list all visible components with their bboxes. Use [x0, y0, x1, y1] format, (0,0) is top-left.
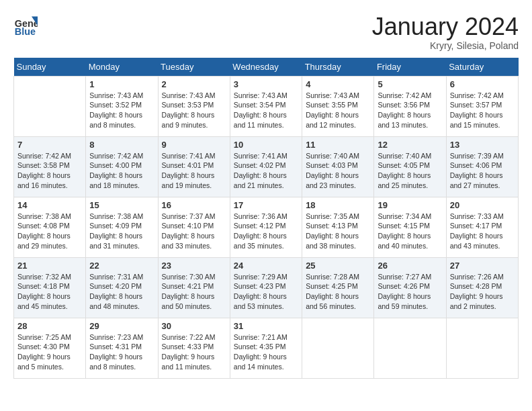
day-number: 5	[378, 79, 442, 89]
day-number: 24	[234, 261, 298, 271]
day-info: Sunrise: 7:27 AM Sunset: 4:26 PM Dayligh…	[378, 272, 442, 312]
day-of-week-friday: Friday	[374, 58, 446, 77]
calendar-week-row: 7Sunrise: 7:42 AM Sunset: 3:58 PM Daylig…	[14, 136, 519, 197]
calendar-cell	[14, 76, 86, 136]
calendar-week-row: 1Sunrise: 7:43 AM Sunset: 3:52 PM Daylig…	[14, 76, 519, 136]
day-number: 25	[306, 261, 370, 271]
day-number: 19	[378, 200, 442, 210]
day-number: 20	[450, 200, 515, 210]
day-of-week-saturday: Saturday	[446, 58, 518, 77]
calendar-cell: 31Sunrise: 7:21 AM Sunset: 4:35 PM Dayli…	[230, 318, 302, 378]
day-info: Sunrise: 7:40 AM Sunset: 4:03 PM Dayligh…	[306, 151, 370, 191]
day-number: 12	[378, 140, 442, 150]
calendar-cell: 8Sunrise: 7:42 AM Sunset: 4:00 PM Daylig…	[86, 136, 158, 197]
day-number: 13	[450, 140, 515, 150]
calendar-cell: 3Sunrise: 7:43 AM Sunset: 3:54 PM Daylig…	[230, 76, 302, 136]
calendar-cell: 18Sunrise: 7:35 AM Sunset: 4:13 PM Dayli…	[302, 197, 374, 257]
calendar-cell: 6Sunrise: 7:42 AM Sunset: 3:57 PM Daylig…	[446, 76, 518, 136]
day-info: Sunrise: 7:22 AM Sunset: 4:33 PM Dayligh…	[162, 332, 226, 372]
calendar-cell: 21Sunrise: 7:32 AM Sunset: 4:18 PM Dayli…	[14, 257, 86, 318]
calendar-cell: 26Sunrise: 7:27 AM Sunset: 4:26 PM Dayli…	[374, 257, 446, 318]
day-number: 11	[306, 140, 370, 150]
calendar-week-row: 14Sunrise: 7:38 AM Sunset: 4:08 PM Dayli…	[14, 197, 519, 257]
page-header: General Blue January 2024 Kryry, Silesia…	[13, 13, 519, 51]
title-block: January 2024 Kryry, Silesia, Poland	[372, 13, 519, 51]
calendar-table: SundayMondayTuesdayWednesdayThursdayFrid…	[13, 58, 519, 379]
calendar-cell: 19Sunrise: 7:34 AM Sunset: 4:15 PM Dayli…	[374, 197, 446, 257]
day-info: Sunrise: 7:39 AM Sunset: 4:06 PM Dayligh…	[450, 151, 515, 191]
day-info: Sunrise: 7:43 AM Sunset: 3:55 PM Dayligh…	[306, 91, 370, 130]
day-info: Sunrise: 7:35 AM Sunset: 4:13 PM Dayligh…	[306, 212, 370, 251]
day-info: Sunrise: 7:43 AM Sunset: 3:52 PM Dayligh…	[89, 91, 154, 130]
day-number: 2	[162, 79, 226, 89]
calendar-week-row: 28Sunrise: 7:25 AM Sunset: 4:30 PM Dayli…	[14, 318, 519, 378]
calendar-cell: 13Sunrise: 7:39 AM Sunset: 4:06 PM Dayli…	[446, 136, 518, 197]
day-number: 22	[89, 261, 154, 271]
day-number: 29	[89, 321, 154, 331]
day-info: Sunrise: 7:42 AM Sunset: 3:57 PM Dayligh…	[450, 91, 515, 130]
calendar-cell: 20Sunrise: 7:33 AM Sunset: 4:17 PM Dayli…	[446, 197, 518, 257]
calendar-cell: 1Sunrise: 7:43 AM Sunset: 3:52 PM Daylig…	[86, 76, 158, 136]
day-number: 21	[17, 261, 82, 271]
day-number: 15	[89, 200, 154, 210]
calendar-header-row: SundayMondayTuesdayWednesdayThursdayFrid…	[14, 58, 519, 77]
calendar-cell: 4Sunrise: 7:43 AM Sunset: 3:55 PM Daylig…	[302, 76, 374, 136]
day-info: Sunrise: 7:21 AM Sunset: 4:35 PM Dayligh…	[234, 332, 298, 372]
calendar-cell: 11Sunrise: 7:40 AM Sunset: 4:03 PM Dayli…	[302, 136, 374, 197]
svg-text:Blue: Blue	[15, 26, 36, 37]
day-info: Sunrise: 7:32 AM Sunset: 4:18 PM Dayligh…	[17, 272, 82, 312]
calendar-cell: 22Sunrise: 7:31 AM Sunset: 4:20 PM Dayli…	[86, 257, 158, 318]
calendar-cell: 12Sunrise: 7:40 AM Sunset: 4:05 PM Dayli…	[374, 136, 446, 197]
calendar-cell: 2Sunrise: 7:43 AM Sunset: 3:53 PM Daylig…	[158, 76, 230, 136]
day-of-week-tuesday: Tuesday	[158, 58, 230, 77]
day-info: Sunrise: 7:23 AM Sunset: 4:31 PM Dayligh…	[89, 332, 154, 372]
day-info: Sunrise: 7:33 AM Sunset: 4:17 PM Dayligh…	[450, 212, 515, 251]
day-info: Sunrise: 7:26 AM Sunset: 4:28 PM Dayligh…	[450, 272, 515, 312]
day-number: 9	[162, 140, 226, 150]
day-number: 16	[162, 200, 226, 210]
calendar-cell: 23Sunrise: 7:30 AM Sunset: 4:21 PM Dayli…	[158, 257, 230, 318]
day-number: 4	[306, 79, 370, 89]
calendar-cell: 5Sunrise: 7:42 AM Sunset: 3:56 PM Daylig…	[374, 76, 446, 136]
day-info: Sunrise: 7:41 AM Sunset: 4:02 PM Dayligh…	[234, 151, 298, 191]
calendar-cell: 27Sunrise: 7:26 AM Sunset: 4:28 PM Dayli…	[446, 257, 518, 318]
day-info: Sunrise: 7:42 AM Sunset: 3:56 PM Dayligh…	[378, 91, 442, 130]
day-info: Sunrise: 7:38 AM Sunset: 4:09 PM Dayligh…	[89, 212, 154, 251]
day-of-week-wednesday: Wednesday	[230, 58, 302, 77]
day-info: Sunrise: 7:41 AM Sunset: 4:01 PM Dayligh…	[162, 151, 226, 191]
day-number: 23	[162, 261, 226, 271]
calendar-cell: 28Sunrise: 7:25 AM Sunset: 4:30 PM Dayli…	[14, 318, 86, 378]
location: Kryry, Silesia, Poland	[372, 40, 519, 51]
day-info: Sunrise: 7:31 AM Sunset: 4:20 PM Dayligh…	[89, 272, 154, 312]
day-info: Sunrise: 7:42 AM Sunset: 3:58 PM Dayligh…	[17, 151, 82, 191]
calendar-cell: 17Sunrise: 7:36 AM Sunset: 4:12 PM Dayli…	[230, 197, 302, 257]
day-info: Sunrise: 7:40 AM Sunset: 4:05 PM Dayligh…	[378, 151, 442, 191]
calendar-cell: 25Sunrise: 7:28 AM Sunset: 4:25 PM Dayli…	[302, 257, 374, 318]
day-info: Sunrise: 7:30 AM Sunset: 4:21 PM Dayligh…	[162, 272, 226, 312]
day-number: 27	[450, 261, 515, 271]
day-info: Sunrise: 7:28 AM Sunset: 4:25 PM Dayligh…	[306, 272, 370, 312]
day-info: Sunrise: 7:43 AM Sunset: 3:54 PM Dayligh…	[234, 91, 298, 130]
day-number: 28	[17, 321, 82, 331]
day-number: 3	[234, 79, 298, 89]
day-number: 10	[234, 140, 298, 150]
calendar-cell: 24Sunrise: 7:29 AM Sunset: 4:23 PM Dayli…	[230, 257, 302, 318]
day-number: 17	[234, 200, 298, 210]
calendar-cell: 14Sunrise: 7:38 AM Sunset: 4:08 PM Dayli…	[14, 197, 86, 257]
day-number: 18	[306, 200, 370, 210]
calendar-week-row: 21Sunrise: 7:32 AM Sunset: 4:18 PM Dayli…	[14, 257, 519, 318]
day-info: Sunrise: 7:43 AM Sunset: 3:53 PM Dayligh…	[162, 91, 226, 130]
day-of-week-sunday: Sunday	[14, 58, 86, 77]
day-info: Sunrise: 7:29 AM Sunset: 4:23 PM Dayligh…	[234, 272, 298, 312]
day-info: Sunrise: 7:34 AM Sunset: 4:15 PM Dayligh…	[378, 212, 442, 251]
day-of-week-thursday: Thursday	[302, 58, 374, 77]
logo-icon: General Blue	[13, 13, 38, 38]
day-number: 26	[378, 261, 442, 271]
month-title: January 2024	[372, 13, 519, 40]
day-number: 1	[89, 79, 154, 89]
calendar-cell	[446, 318, 518, 378]
day-number: 30	[162, 321, 226, 331]
calendar-cell: 30Sunrise: 7:22 AM Sunset: 4:33 PM Dayli…	[158, 318, 230, 378]
day-number: 31	[234, 321, 298, 331]
day-info: Sunrise: 7:36 AM Sunset: 4:12 PM Dayligh…	[234, 212, 298, 251]
